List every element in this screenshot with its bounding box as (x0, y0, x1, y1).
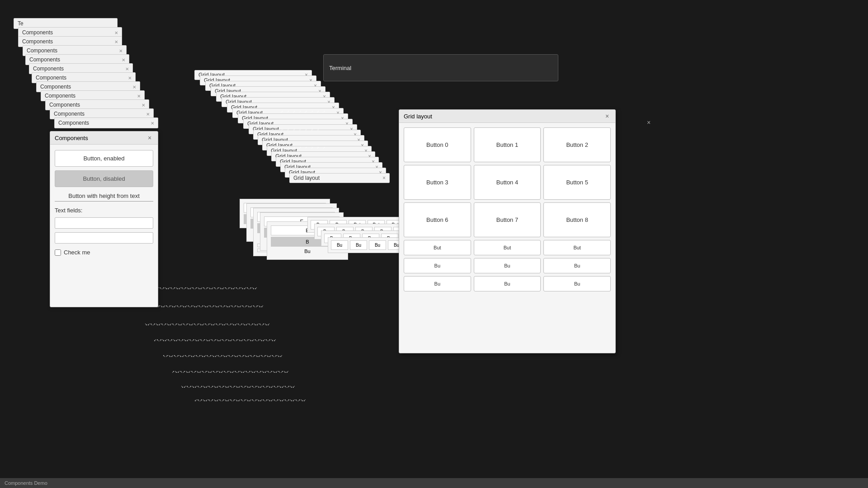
stacked-close-12[interactable]: × (151, 120, 154, 127)
svg-text:↙↖↗↘↙↖↗↘↙↖↗↘↙↖↗↘↙↖↗↘↙↖↗↘↙↖↗↘↙↖: ↙↖↗↘↙↖↗↘↙↖↗↘↙↖↗↘↙↖↗↘↙↖↗↘↙↖↗↘↙↖↗↘↙↖↗↘↙↖↗↘… (194, 397, 306, 402)
status-bar: Components Demo (0, 478, 868, 488)
stacked-label-8: Components (40, 84, 71, 90)
grid-btn-2[interactable]: Button 2 (543, 127, 611, 162)
stacked-panel-12: Components × (54, 117, 158, 128)
grid-close-button[interactable]: × (604, 113, 611, 120)
stacked-close-7[interactable]: × (128, 75, 132, 81)
stacked-close-11[interactable]: × (146, 111, 150, 117)
stacked-label-11: Components (54, 111, 85, 117)
button-enabled[interactable]: Button, enabled (55, 150, 153, 167)
grid-layout-window: Grid layout × Button 0 Button 1 Button 2… (399, 109, 616, 353)
stacked-close-5[interactable]: × (122, 56, 125, 63)
grid-btn-4[interactable]: Button 4 (474, 165, 541, 200)
grid-btn-3[interactable]: Button 3 (404, 165, 471, 200)
stacked-label-7: Components (36, 75, 66, 81)
check-me-checkbox[interactable] (55, 249, 61, 256)
stacked-label-4: Components (27, 47, 57, 54)
grid-btn-6[interactable]: Button 6 (404, 202, 471, 237)
text-fields-label: Text fields: (55, 207, 153, 214)
stacked-close-8[interactable]: × (132, 84, 136, 90)
grid-small-btn-0[interactable]: But (404, 240, 471, 255)
stacked-close-10[interactable]: × (142, 102, 145, 108)
stacked-close-9[interactable]: × (137, 93, 141, 99)
grid-small-btn-6[interactable]: Bu (404, 276, 471, 291)
components-window: Components × Button, enabled Button, dis… (50, 131, 158, 307)
stacked-label-1: Te (18, 20, 24, 27)
cursor-decoration: ↖↗↘↙↖↗↘↙↖↗↘↙↖↗↘↙↖↗↘↙↖↗↘↙↖↗↘↙↖↗↘↙↖↗↘↙↖↗↘↙… (127, 262, 420, 407)
components-titlebar: Components × (50, 131, 158, 145)
grid-small-btn-5[interactable]: Bu (543, 258, 611, 273)
stacked-label-9: Components (45, 93, 75, 99)
terminal-window: Terminal × (323, 54, 558, 81)
grid-window-title: Grid layout (404, 113, 432, 120)
text-input-2[interactable] (55, 232, 153, 244)
grid-btn-1[interactable]: Button 1 (474, 127, 541, 162)
svg-text:↘↙↖↗↘↙↖↗↘↙↖↗↘↙↖↗↘↙↖↗↘↙↖↗↘↙↖↗↘↙: ↘↙↖↗↘↙↖↗↘↙↖↗↘↙↖↗↘↙↖↗↘↙↖↗↘↙↖↗↘↙↖↗↘↙↖↗↘↙↖↗… (181, 384, 295, 389)
grid-small-btn-7[interactable]: Bu (474, 276, 541, 291)
status-text: Components Demo (5, 480, 47, 486)
components-close-button[interactable]: × (146, 134, 153, 141)
grid-small-btn-4[interactable]: Bu (474, 258, 541, 273)
stacked-close-2[interactable]: × (114, 29, 118, 36)
stacked-label-10: Components (49, 102, 80, 108)
svg-text:↖↗↘↙↖↗↘↙↖↗↘↙↖↗↘↙↖↗↘↙↖↗↘↙↖↗↘↙↖↗: ↖↗↘↙↖↗↘↙↖↗↘↙↖↗↘↙↖↗↘↙↖↗↘↙↖↗↘↙↖↗↘↙↖↗↘↙↖↗↘↙… (163, 353, 283, 358)
svg-text:↙↖↗↘↙↖↗↘↙↖↗↘↙↖↗↘↙↖↗↘↙↖↗↘↙↖↗↘↙↖: ↙↖↗↘↙↖↗↘↙↖↗↘↙↖↗↘↙↖↗↘↙↖↗↘↙↖↗↘↙↖↗↘↙↖↗↘↙↖↗↘… (154, 337, 276, 342)
components-window-title: Components (55, 135, 88, 141)
grid-small-btn-8[interactable]: Bu (543, 276, 611, 291)
stacked-label-2: Components (22, 29, 53, 36)
svg-text:↘↙↖↗↘↙↖↗↘↙↖↗↘↙↖↗↘↙↖↗↘↙↖↗↘↙↖↗↘↙: ↘↙↖↗↘↙↖↗↘↙↖↗↘↙↖↗↘↙↖↗↘↙↖↗↘↙↖↗↘↙↖↗↘↙↖↗↘↙↖↗… (145, 321, 270, 326)
stacked-label-12: Components (58, 120, 89, 126)
button-disabled: Button, disabled (55, 170, 153, 187)
grid-small-btn-2[interactable]: But (543, 240, 611, 255)
grid-btn-7[interactable]: Button 7 (474, 202, 541, 237)
terminal-title: Terminal (329, 65, 552, 71)
grid-body: Button 0 Button 1 Button 2 Button 3 Butt… (399, 123, 615, 296)
stacked-label-6: Components (33, 66, 64, 72)
grid-btn-8[interactable]: Button 8 (543, 202, 611, 237)
stacked-label-3: Components (22, 38, 53, 45)
stacked-close-6[interactable]: × (125, 66, 129, 72)
grid-titlebar: Grid layout × (399, 110, 615, 123)
components-body: Button, enabled Button, disabled Button … (50, 145, 158, 261)
grid-btn-5[interactable]: Button 5 (543, 165, 611, 200)
grid-btn-0[interactable]: Button 0 (404, 127, 471, 162)
button-text-height[interactable]: Button with height from text (55, 191, 153, 202)
stacked-label-5: Components (29, 56, 60, 63)
checkbox-row: Check me (55, 249, 153, 256)
terminal-close-button[interactable]: × (647, 109, 868, 136)
grid-stack-19: Grid layout× (289, 173, 390, 183)
grid-small-btn-1[interactable]: But (474, 240, 541, 255)
text-input-1[interactable] (55, 217, 153, 229)
stacked-close-4[interactable]: × (119, 47, 123, 54)
grid-small-btn-3[interactable]: Bu (404, 258, 471, 273)
svg-text:↗↘↙↖↗↘↙↖↗↘↙↖↗↘↙↖↗↘↙↖↗↘↙↖↗↘↙↖↗↘: ↗↘↙↖↗↘↙↖↗↘↙↖↗↘↙↖↗↘↙↖↗↘↙↖↗↘↙↖↗↘↙↖↗↘↙↖↗↘↙↖… (172, 369, 289, 374)
stacked-close-3[interactable]: × (114, 38, 118, 45)
check-me-label: Check me (64, 249, 90, 256)
